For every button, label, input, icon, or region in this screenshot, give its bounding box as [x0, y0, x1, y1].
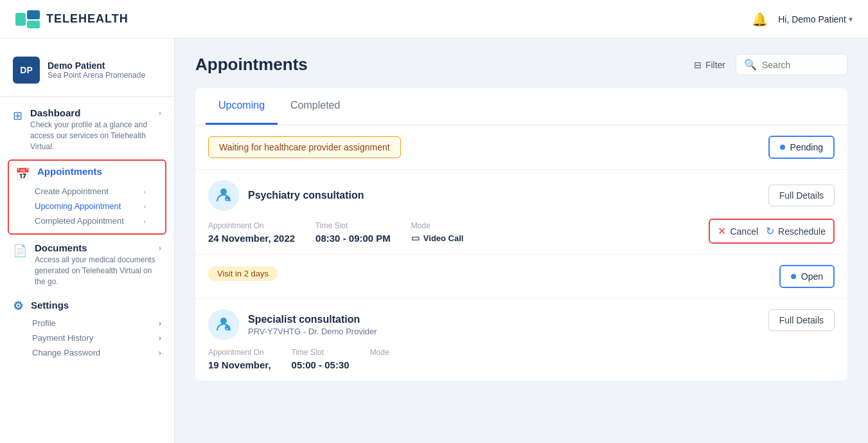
svg-point-3	[220, 188, 227, 195]
sidebar-sub-create-appointment[interactable]: Create Appointment ›	[35, 184, 159, 199]
sidebar-item-dashboard[interactable]: ⊞ Dashboard › Check your profile at a gl…	[0, 102, 174, 157]
user-name: Demo Patient	[48, 60, 145, 71]
search-input[interactable]	[762, 60, 839, 70]
sidebar-item-appointments[interactable]: 📅 Appointments Create Appointment › Upco…	[8, 159, 166, 235]
dashboard-chevron: ›	[159, 109, 161, 118]
pending-dot	[780, 145, 785, 150]
search-icon: 🔍	[744, 59, 757, 71]
appointment-alert-row: Waiting for healthcare provider assignme…	[195, 125, 847, 170]
tab-completed[interactable]: Completed	[278, 88, 353, 125]
time-slot-label: Time Slot	[315, 221, 391, 230]
avatar: DP	[13, 57, 40, 84]
appt-1-actions: ✕ Cancel ↻ Reschedule	[709, 219, 835, 244]
user-profile: DP Demo Patient Sea Point Arena Promenad…	[0, 49, 174, 97]
appt-1-mode: ▭ Video Call	[411, 233, 464, 243]
open-dot	[791, 274, 796, 279]
full-details-button-2[interactable]: Full Details	[768, 309, 835, 331]
settings-icon: ⚙	[13, 299, 23, 313]
appt-1-name: Psychiatry consultation	[248, 190, 364, 201]
sidebar-sub-completed-appointment[interactable]: Completed Appointment ›	[35, 213, 159, 228]
reschedule-button[interactable]: ↻ Reschedule	[766, 225, 826, 237]
settings-label: Settings	[31, 300, 69, 311]
password-chevron: ›	[159, 348, 161, 357]
header-actions: ⊟ Filter 🔍	[694, 54, 847, 75]
main-layout: DP Demo Patient Sea Point Arena Promenad…	[0, 39, 868, 443]
filter-button[interactable]: ⊟ Filter	[694, 60, 725, 70]
main-content: Appointments ⊟ Filter 🔍 Upcoming Compl	[175, 39, 868, 443]
cancel-button[interactable]: ✕ Cancel	[718, 225, 758, 237]
svg-text:+: +	[226, 327, 229, 330]
full-details-button-1[interactable]: Full Details	[768, 185, 835, 206]
appointment-2-alert-row: Visit in 2 days Open	[195, 255, 847, 299]
tab-upcoming[interactable]: Upcoming	[206, 88, 278, 125]
appt-2-provider: PRV-Y7VHTG - Dr. Demo Provider	[248, 327, 377, 336]
documents-chevron: ›	[159, 244, 161, 253]
bell-icon[interactable]: 🔔	[752, 12, 768, 27]
sidebar-sub-payment-history[interactable]: Payment History ›	[32, 330, 161, 345]
visit-badge: Visit in 2 days	[208, 266, 278, 281]
logo-container[interactable]: TELEHEALTH	[15, 10, 128, 28]
appointments-icon: 📅	[15, 167, 30, 181]
mode-label: Mode	[411, 221, 464, 230]
page-header: Appointments ⊟ Filter 🔍	[195, 54, 847, 75]
svg-text:+: +	[226, 197, 229, 201]
appt-2-time: 05:00 - 05:30	[292, 359, 350, 370]
alert-message: Waiting for healthcare provider assignme…	[208, 136, 401, 158]
app-name: TELEHEALTH	[46, 12, 128, 26]
appt-2-on-label: Appointment On	[208, 348, 271, 357]
create-appt-chevron: ›	[143, 188, 146, 195]
user-address: Sea Point Arena Promenade	[48, 71, 145, 80]
appt-2-mode-label: Mode	[370, 348, 389, 357]
tabs-container: Upcoming Completed	[195, 88, 847, 125]
appointment-card-2: + Specialist consultation PRV-Y7VHTG - D…	[195, 299, 847, 381]
sidebar-item-settings[interactable]: ⚙ Settings Profile › Payment History › C…	[0, 293, 174, 365]
app-header: TELEHEALTH 🔔 Hi, Demo Patient ▾	[0, 0, 868, 39]
appointments-sub-items: Create Appointment › Upcoming Appointmen…	[35, 184, 159, 228]
appt-2-info: Appointment On 19 November, Time Slot 05…	[208, 348, 835, 370]
completed-appt-chevron: ›	[143, 217, 146, 225]
search-container: 🔍	[736, 54, 847, 75]
dashboard-icon: ⊞	[13, 109, 22, 123]
documents-label: Documents	[35, 242, 87, 253]
tabs: Upcoming Completed	[195, 88, 847, 125]
appt-1-icon: +	[208, 180, 239, 211]
sidebar-sub-upcoming-appointment[interactable]: Upcoming Appointment ›	[35, 199, 159, 213]
svg-rect-2	[27, 21, 40, 28]
dashboard-label: Dashboard	[30, 107, 80, 118]
appointments-list: Waiting for healthcare provider assignme…	[195, 125, 847, 381]
video-icon: ▭	[411, 233, 420, 243]
user-greeting[interactable]: Hi, Demo Patient ▾	[778, 14, 853, 24]
appt-1-date: 24 November, 2022	[208, 233, 295, 244]
svg-point-6	[220, 318, 227, 324]
appt-1-info: Appointment On 24 November, 2022 Time Sl…	[208, 221, 463, 244]
svg-rect-1	[27, 10, 40, 19]
sidebar: DP Demo Patient Sea Point Arena Promenad…	[0, 39, 175, 443]
filter-icon: ⊟	[694, 60, 702, 70]
appointment-card-1: + Psychiatry consultation Full Details A…	[195, 170, 847, 255]
chevron-down-icon: ▾	[849, 15, 853, 24]
upcoming-appt-chevron: ›	[143, 203, 146, 210]
profile-chevron: ›	[159, 318, 161, 328]
appt-1-time: 08:30 - 09:00 PM	[315, 233, 391, 244]
header-right: 🔔 Hi, Demo Patient ▾	[752, 12, 853, 27]
sidebar-sub-profile[interactable]: Profile ›	[32, 316, 161, 330]
dashboard-desc: Check your profile at a glance and acces…	[30, 120, 161, 152]
sidebar-sub-change-password[interactable]: Change Password ›	[32, 345, 161, 360]
logo-icon	[15, 10, 40, 28]
reschedule-icon: ↻	[766, 225, 774, 237]
sidebar-item-documents[interactable]: 📄 Documents › Access all your medical do…	[0, 237, 174, 292]
user-info: Demo Patient Sea Point Arena Promenade	[48, 60, 145, 80]
settings-sub-items: Profile › Payment History › Change Passw…	[32, 316, 161, 360]
svg-rect-0	[15, 13, 26, 26]
open-badge: Open	[779, 265, 835, 288]
appt-2-time-label: Time Slot	[292, 348, 350, 357]
documents-icon: 📄	[13, 244, 27, 258]
appt-2-date: 19 November,	[208, 359, 271, 370]
doctor-icon: +	[214, 186, 233, 205]
documents-desc: Access all your medical documents genera…	[35, 255, 161, 287]
appt-2-icon: +	[208, 309, 239, 340]
specialist-icon: +	[214, 315, 233, 334]
pending-badge: Pending	[768, 136, 835, 159]
appt-on-label: Appointment On	[208, 221, 295, 230]
appointments-label: Appointments	[37, 166, 102, 177]
